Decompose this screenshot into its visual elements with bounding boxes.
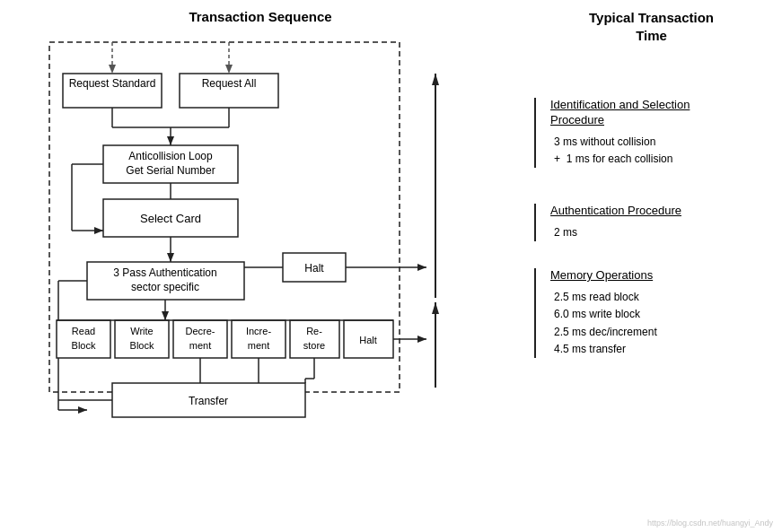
svg-marker-57 <box>162 311 169 320</box>
identification-title: Identification and SelectionProcedure <box>550 98 769 128</box>
svg-text:Halt: Halt <box>359 335 377 345</box>
svg-text:3 Pass Authentication: 3 Pass Authentication <box>113 266 216 279</box>
svg-marker-69 <box>432 74 439 85</box>
svg-text:sector specific: sector specific <box>131 281 199 293</box>
timing-memory: Memory Operations 2.5 ms read block 6.0 … <box>534 268 769 358</box>
svg-text:Read: Read <box>72 326 95 336</box>
svg-marker-38 <box>78 406 87 414</box>
svg-text:Anticollision Loop: Anticollision Loop <box>128 150 213 162</box>
left-panel: Transaction Sequence Request Standard Re… <box>0 9 521 523</box>
svg-text:Write: Write <box>130 326 153 336</box>
svg-text:Request Standard: Request Standard <box>69 77 156 90</box>
svg-text:Decre-: Decre- <box>185 326 215 336</box>
svg-text:store: store <box>303 340 325 351</box>
svg-text:Block: Block <box>72 340 96 351</box>
svg-text:Request All: Request All <box>202 77 257 90</box>
timing-authentication: Authentication Procedure 2 ms <box>534 204 769 241</box>
svg-marker-21 <box>94 227 103 234</box>
svg-marker-30 <box>417 264 426 271</box>
memory-detail: 2.5 ms read block 6.0 ms write block 2.5… <box>550 289 769 358</box>
svg-marker-2 <box>109 65 116 74</box>
identification-detail: 3 ms without collision + 1 ms for each c… <box>550 134 769 168</box>
timing-identification: Identification and SelectionProcedure 3 … <box>534 98 769 168</box>
svg-text:Get Serial Number: Get Serial Number <box>126 164 215 177</box>
main-container: Transaction Sequence Request Standard Re… <box>0 0 782 532</box>
svg-text:Re-: Re- <box>306 326 322 336</box>
right-panel: Typical TransactionTime Identification a… <box>521 9 782 523</box>
memory-title: Memory Operations <box>550 268 769 283</box>
svg-text:ment: ment <box>248 340 269 351</box>
svg-marker-67 <box>417 336 426 343</box>
svg-text:Halt: Halt <box>304 262 324 275</box>
svg-text:Block: Block <box>130 340 154 351</box>
watermark: https://blog.csdn.net/huangyi_Andy <box>647 519 773 528</box>
svg-marker-13 <box>167 136 174 145</box>
right-panel-title: Typical TransactionTime <box>534 9 769 44</box>
svg-text:Incre-: Incre- <box>246 326 271 336</box>
svg-marker-4 <box>225 65 233 74</box>
svg-text:ment: ment <box>189 340 211 351</box>
transaction-diagram: Request Standard Request All Anticollisi… <box>22 33 498 509</box>
svg-text:Select Card: Select Card <box>140 212 201 225</box>
authentication-title: Authentication Procedure <box>550 204 769 219</box>
svg-marker-71 <box>432 302 439 314</box>
left-title: Transaction Sequence <box>13 9 507 24</box>
authentication-detail: 2 ms <box>550 224 769 241</box>
svg-text:Transfer: Transfer <box>189 395 228 407</box>
svg-marker-25 <box>167 253 174 262</box>
